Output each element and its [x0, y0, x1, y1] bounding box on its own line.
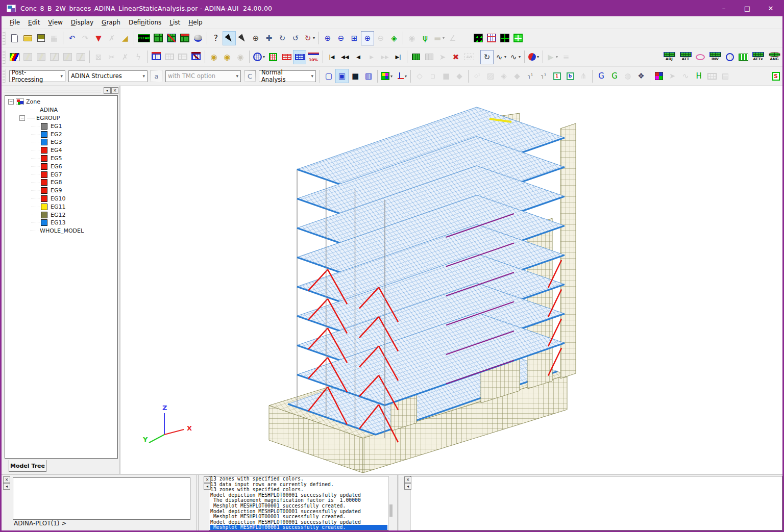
window-layout-1-button[interactable] — [472, 31, 485, 45]
highlight-lamp-button[interactable]: ▼ — [92, 31, 105, 45]
menu-definitions[interactable]: Definitions — [125, 17, 165, 28]
output-close-button[interactable]: × — [404, 476, 411, 483]
sweep-button[interactable]: ◢ — [118, 31, 132, 45]
menu-graph[interactable]: Graph — [97, 17, 125, 28]
open-file-button[interactable] — [21, 31, 34, 45]
boundary-plot-button[interactable] — [191, 31, 205, 45]
cactus-tool-button[interactable]: ψ — [419, 31, 432, 45]
message-log[interactable]: 13 zones with specified colors.13 data i… — [209, 476, 393, 530]
quad-mesh-button[interactable] — [652, 69, 666, 83]
panel-splitter[interactable] — [193, 475, 202, 530]
deformed-mesh-button[interactable] — [293, 50, 306, 64]
expander-icon[interactable]: − — [19, 115, 25, 121]
help-button[interactable]: ? — [209, 31, 223, 45]
view-solid-button[interactable]: ■ — [349, 69, 362, 83]
reflect-model-button[interactable]: ▾ — [527, 50, 541, 64]
original-mesh-button[interactable] — [280, 50, 293, 64]
refresh-mesh-button[interactable]: ◈ — [387, 31, 401, 45]
zoom-fit-button[interactable]: ⊕ — [361, 31, 374, 45]
select-invert-button[interactable]: INV — [707, 50, 723, 64]
cut-surface-button[interactable]: ▾ — [252, 50, 266, 64]
mesh-smooth-button[interactable] — [266, 50, 280, 64]
menu-list[interactable]: List — [165, 17, 184, 28]
tree-item-zone[interactable]: −Zone — [5, 98, 117, 106]
tree-item-eg6[interactable]: EG6 — [5, 162, 117, 170]
group-mesh-button[interactable]: G — [608, 69, 621, 83]
dynamic-rotate-z-button[interactable]: ↺ — [289, 31, 302, 45]
select-oval-button[interactable] — [694, 50, 707, 64]
log-collapse-button[interactable]: ◂ — [204, 483, 211, 490]
view-hidden-button[interactable]: ▣ — [335, 69, 349, 83]
dynamic-rotate-xy-button[interactable]: ↻ — [276, 31, 289, 45]
tree-item-eg9[interactable]: EG9 — [5, 187, 117, 195]
menu-edit[interactable]: Edit — [24, 17, 44, 28]
tree-item-eg3[interactable]: EG3 — [5, 138, 117, 146]
local-axes-1-button[interactable]: ┐¹ — [524, 69, 537, 83]
mesh-pick-button[interactable] — [165, 31, 178, 45]
window-layout-3-button[interactable] — [498, 31, 511, 45]
select-attached-x-button[interactable]: ATTx — [750, 50, 766, 64]
movie-load-button[interactable] — [409, 50, 423, 64]
clear-plot-button[interactable]: CLEAR — [136, 31, 152, 45]
tree-item-eg11[interactable]: EG11 — [5, 202, 117, 211]
dynamic-pan-button[interactable]: ✚ — [262, 31, 276, 45]
c-button[interactable]: C — [244, 70, 256, 82]
toolbar-grip[interactable] — [3, 50, 6, 64]
movie-delete-button[interactable]: ✖ — [449, 50, 462, 64]
a-button[interactable]: a — [151, 70, 162, 82]
scale-displacement-button[interactable]: 10% — [306, 50, 321, 64]
tree-dropdown-button[interactable]: ▾ — [104, 87, 111, 94]
dynamic-rotate-xyz-button[interactable]: ↻▾ — [302, 31, 316, 45]
group-outline-button[interactable]: G — [595, 69, 608, 83]
local-axes-2-button[interactable]: ┐¹ — [537, 69, 550, 83]
menu-view[interactable]: View — [44, 17, 66, 28]
panel-splitter[interactable] — [394, 475, 403, 530]
tree-item-eg2[interactable]: EG2 — [5, 130, 117, 138]
tree-item-adina[interactable]: ADINA — [5, 106, 117, 114]
pick-element-button[interactable] — [236, 31, 249, 45]
menu-display[interactable]: Display — [67, 17, 97, 28]
menu-file[interactable]: File — [6, 17, 24, 28]
window-layout-2-button[interactable] — [485, 31, 498, 45]
nodal-results-4-button[interactable] — [189, 50, 203, 64]
analysis-select[interactable]: Normal Analysis▾ — [259, 70, 316, 82]
tree-panel-grip[interactable] — [4, 88, 101, 92]
close-button[interactable]: ✕ — [759, 0, 782, 16]
load-plot-button[interactable] — [178, 31, 191, 45]
select-circle-button[interactable] — [723, 50, 737, 64]
output-area[interactable] — [410, 476, 782, 530]
select-columns-button[interactable] — [737, 50, 750, 64]
log-scrollbar-thumb[interactable] — [389, 504, 393, 517]
minimize-button[interactable]: – — [712, 0, 736, 16]
command-input[interactable] — [13, 477, 190, 520]
menu-help[interactable]: Help — [184, 17, 206, 28]
eye-view-1-button[interactable]: ◉ — [207, 50, 220, 64]
graphics-viewport[interactable]: ZYX — [120, 86, 782, 474]
mode-select[interactable]: Post-Processing▾ — [9, 70, 65, 82]
command-close-button[interactable]: × — [3, 476, 10, 483]
colormap-button[interactable]: ▾ — [380, 69, 394, 83]
rewind-solution-button[interactable]: ◀◀ — [338, 50, 352, 64]
command-collapse-button[interactable]: ◂ — [3, 483, 10, 490]
tree-item-eg10[interactable]: EG10 — [5, 195, 117, 203]
node-set-button[interactable]: 1 — [550, 69, 564, 83]
zoom-out-button[interactable]: ⊖ — [334, 31, 348, 45]
animate-rotate-button[interactable]: ↻ — [480, 50, 494, 64]
select-attached-button[interactable]: ATT — [677, 50, 694, 64]
tree-close-button[interactable]: × — [111, 87, 118, 94]
tree-item-egroup[interactable]: −EGROUP — [5, 114, 117, 122]
h-link-button[interactable]: H — [692, 69, 705, 83]
log-scrollbar[interactable] — [388, 476, 393, 530]
select-adjacent-button[interactable]: ADJ — [661, 50, 677, 64]
view-section-button[interactable]: ▥ — [362, 69, 375, 83]
zoom-window-button[interactable]: ⊞ — [348, 31, 361, 45]
tree-item-eg7[interactable]: EG7 — [5, 170, 117, 179]
tree-item-eg12[interactable]: EG12 — [5, 211, 117, 219]
undo-button[interactable]: ↶ — [65, 31, 79, 45]
query-zoom-button[interactable]: ⊕ — [249, 31, 262, 45]
module-select[interactable]: ADINA Structures▾ — [68, 70, 148, 82]
expander-icon[interactable]: − — [8, 99, 14, 105]
tree-item-whole_model[interactable]: WHOLE_MODEL — [5, 227, 117, 235]
tree-item-eg8[interactable]: EG8 — [5, 179, 117, 187]
log-close-button[interactable]: × — [204, 476, 211, 483]
